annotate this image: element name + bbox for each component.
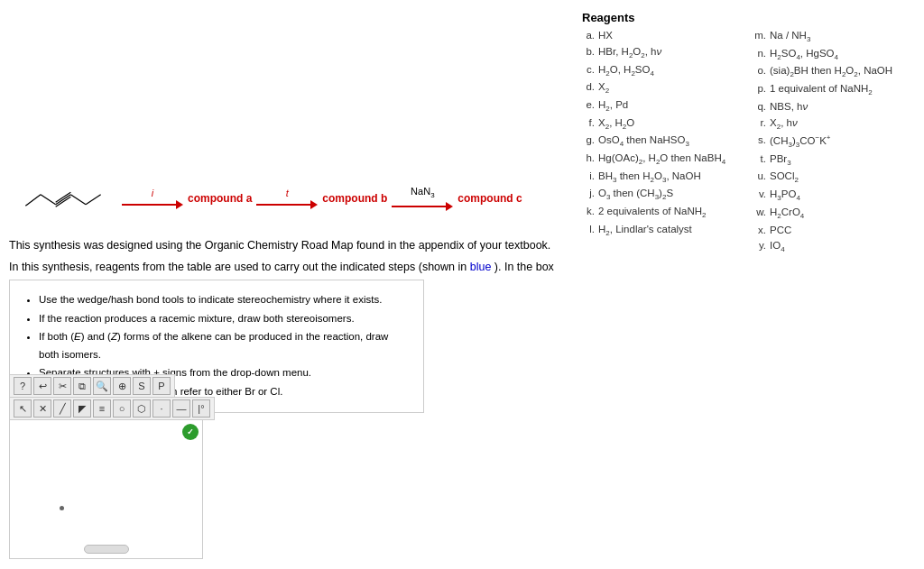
reagent-h: h. Hg(OAc)2, H2O then NaBH4 (582, 151, 744, 169)
reagent-n: n. H2SO4, HgSO4 (753, 46, 916, 64)
step1-arrow-head (176, 200, 183, 209)
help-button[interactable]: ? (14, 377, 32, 395)
step2-arrow-line (256, 200, 318, 209)
zoom-in-button[interactable]: ⊕ (113, 377, 131, 395)
step2-label: t (286, 188, 289, 198)
instruction-line2-start: In this synthesis, reagents from the tab… (9, 261, 467, 273)
step1-arrow-shaft (122, 204, 176, 206)
svg-line-1 (41, 195, 56, 205)
step3-arrow: NaN3 (392, 186, 453, 210)
canvas-scrollbar[interactable] (84, 545, 129, 554)
reagents-section: Reagents a. HX b. HBr, H2O2, hν c. H2O, … (582, 11, 916, 256)
svg-line-5 (70, 195, 86, 205)
reagent-a: a. HX (582, 28, 744, 44)
reagents-right-column: m. Na / NH3 n. H2SO4, HgSO4 o. (sia)2BH … (753, 28, 916, 256)
reagents-left-column: a. HX b. HBr, H2O2, hν c. H2O, H2SO4 d. … (582, 28, 744, 256)
reagent-o: o. (sia)2BH then H2O2, NaOH (753, 63, 916, 81)
undo-button[interactable]: ↩ (33, 377, 51, 395)
reagent-i: i. BH3 then H2O3, NaOH (582, 169, 744, 187)
bullet-2: If the reaction produces a racemic mixtu… (39, 310, 411, 328)
reagent-q: q. NBS, hν (753, 99, 916, 115)
svg-line-2 (56, 195, 71, 205)
reagent-p: p. 1 equivalent of NaNH2 (753, 81, 916, 99)
step3-arrow-head (446, 202, 453, 211)
drawing-canvas[interactable]: ✓ (9, 419, 203, 559)
reagent-x: x. PCC (753, 223, 916, 239)
wedge-tool[interactable]: ◤ (73, 399, 91, 418)
angle-tool[interactable]: |° (192, 399, 210, 418)
circle-tool[interactable]: ○ (113, 399, 131, 418)
instruction-blue: blue (470, 261, 492, 273)
reagent-y: y. IO4 (753, 238, 916, 256)
svg-line-6 (86, 195, 101, 205)
ring-tool[interactable]: ⬡ (133, 399, 151, 418)
nan3-label: NaN3 (411, 186, 434, 199)
bullet-1: Use the wedge/hash bond tools to indicat… (39, 291, 411, 309)
reagent-l: l. H2, Lindlar's catalyst (582, 222, 744, 240)
reagent-s: s. (CH3)3CO−K+ (753, 133, 916, 151)
select-tool[interactable]: ↖ (14, 399, 32, 418)
compound-c-wrapper: compound c (457, 192, 522, 205)
compound-a-wrapper: compound a (188, 192, 252, 205)
svg-line-0 (25, 195, 41, 206)
periodic-button[interactable]: P (152, 377, 171, 395)
select-button[interactable]: S (133, 377, 151, 395)
compound-b-label: compound b (322, 192, 387, 205)
reagent-v: v. H3PO4 (753, 187, 916, 205)
reagent-k: k. 2 equivalents of NaNH2 (582, 204, 744, 222)
step1-arrow-line (122, 200, 183, 209)
canvas-dot (60, 506, 64, 510)
step1-arrow: i (122, 188, 183, 209)
step2-arrow: t (256, 188, 318, 209)
hash-tool[interactable]: ≡ (93, 399, 111, 418)
compound-b-wrapper: compound b (322, 192, 387, 205)
copy-button[interactable]: ⧉ (73, 377, 91, 395)
step3-arrow-shaft (392, 206, 446, 207)
reagent-m: m. Na / NH3 (753, 28, 916, 46)
canvas-confirm-button[interactable]: ✓ (182, 424, 199, 440)
synthesis-pathway: i compound a t compound b NaN3 compound … (9, 176, 587, 221)
step2-arrow-head (310, 200, 318, 209)
compound-a-label: compound a (188, 192, 252, 205)
step1-label: i (152, 188, 153, 198)
reagent-f: f. X2, H2O (582, 115, 744, 133)
reagent-c: c. H2O, H2SO4 (582, 62, 744, 80)
reagent-d: d. X2 (582, 79, 744, 97)
reagent-b: b. HBr, H2O2, hν (582, 44, 744, 62)
drawing-toolbar-top[interactable]: ? ↩ ✂ ⧉ 🔍 ⊕ S P (9, 374, 175, 398)
instruction-line1: This synthesis was designed using the Or… (9, 236, 578, 254)
starting-molecule (9, 176, 117, 221)
svg-line-4 (56, 197, 71, 206)
zoom-button[interactable]: 🔍 (93, 377, 111, 395)
dot-tool[interactable]: · (152, 399, 171, 418)
line-tool[interactable]: — (172, 399, 190, 418)
reagent-t: t. PBr3 (753, 151, 916, 170)
svg-line-3 (56, 192, 71, 202)
reagent-r: r. X2, hν (753, 115, 916, 133)
reagents-grid: a. HX b. HBr, H2O2, hν c. H2O, H2SO4 d. … (582, 28, 916, 256)
reagent-w: w. H2CrO4 (753, 205, 916, 223)
eraser-tool[interactable]: ✕ (33, 399, 51, 418)
reagent-e: e. H2, Pd (582, 97, 744, 115)
reagents-title: Reagents (582, 11, 916, 24)
starting-molecule-svg (9, 176, 117, 221)
bond-tool[interactable]: ╱ (53, 399, 71, 418)
compound-c-label: compound c (457, 192, 522, 205)
reagent-u: u. SOCl2 (753, 169, 916, 187)
drawing-toolbar-bottom[interactable]: ↖ ✕ ╱ ◤ ≡ ○ ⬡ · — |° (9, 397, 215, 420)
cut-button[interactable]: ✂ (53, 377, 71, 395)
step2-arrow-shaft (256, 204, 310, 206)
reagent-g: g. OsO4 then NaHSO3 (582, 133, 744, 151)
step3-arrow-line (392, 202, 453, 211)
reagent-j: j. O3 then (CH3)2S (582, 186, 744, 204)
bullet-3: If both (E) and (Z) forms of the alkene … (39, 328, 411, 363)
